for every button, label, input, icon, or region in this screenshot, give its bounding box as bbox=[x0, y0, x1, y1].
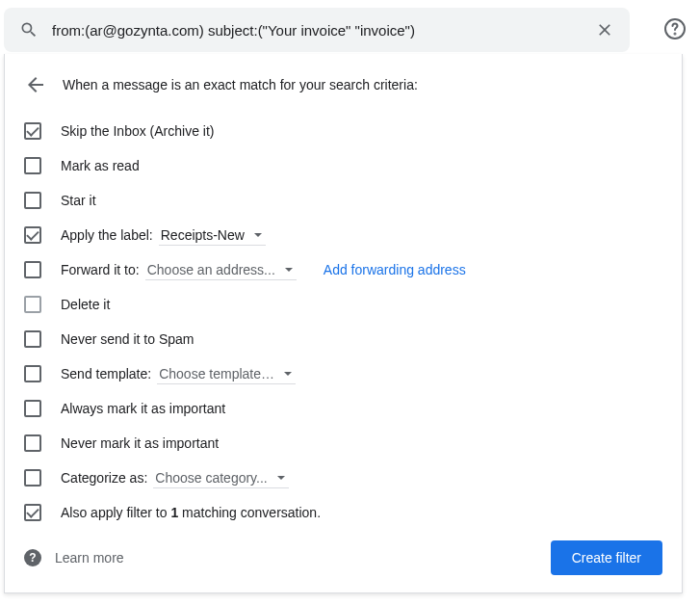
option-delete: Delete it bbox=[24, 287, 662, 322]
label-always-important: Always mark it as important bbox=[61, 401, 225, 416]
label-categorize: Categorize as: bbox=[61, 470, 147, 486]
option-always-important: Always mark it as important bbox=[24, 391, 662, 426]
chevron-down-icon bbox=[277, 476, 285, 480]
label-never-spam: Never send it to Spam bbox=[61, 331, 194, 347]
learn-more-text: Learn more bbox=[55, 550, 124, 566]
dropdown-template[interactable]: Choose template… bbox=[157, 364, 296, 384]
chevron-down-icon bbox=[254, 233, 262, 237]
filter-panel: When a message is an exact match for you… bbox=[4, 54, 683, 593]
checkbox-mark-read[interactable] bbox=[24, 157, 41, 174]
search-bar bbox=[4, 8, 630, 52]
label-apply-label: Apply the label: bbox=[61, 227, 153, 243]
dropdown-value: Choose category... bbox=[155, 470, 267, 486]
panel-footer: ? Learn more Create filter bbox=[24, 540, 662, 575]
checkbox-template[interactable] bbox=[24, 365, 41, 382]
also-apply-prefix: Also apply filter to bbox=[61, 505, 170, 520]
option-apply-label: Apply the label: Receipts-New bbox=[24, 218, 662, 252]
checkbox-never-important[interactable] bbox=[24, 434, 41, 452]
checkbox-never-spam[interactable] bbox=[24, 330, 41, 348]
svg-point-1 bbox=[675, 34, 676, 35]
label-also-apply: Also apply filter to 1 matching conversa… bbox=[61, 505, 321, 520]
link-add-forwarding[interactable]: Add forwarding address bbox=[324, 262, 466, 277]
dropdown-value: Choose template… bbox=[159, 366, 274, 381]
back-arrow-icon[interactable] bbox=[24, 73, 47, 96]
label-template: Send template: bbox=[61, 366, 151, 381]
checkbox-also-apply[interactable] bbox=[24, 504, 41, 521]
label-never-important: Never mark it as important bbox=[61, 435, 219, 451]
option-template: Send template: Choose template… bbox=[24, 356, 662, 391]
label-skip-inbox: Skip the Inbox (Archive it) bbox=[61, 123, 215, 139]
option-forward: Forward it to: Choose an address... Add … bbox=[24, 252, 662, 287]
help-icon[interactable] bbox=[663, 17, 687, 40]
option-also-apply: Also apply filter to 1 matching conversa… bbox=[24, 495, 662, 530]
label-star: Star it bbox=[61, 193, 96, 208]
dropdown-forward[interactable]: Choose an address... bbox=[145, 260, 297, 280]
help-filled-icon: ? bbox=[24, 549, 41, 566]
option-skip-inbox: Skip the Inbox (Archive it) bbox=[24, 114, 662, 148]
option-mark-read: Mark as read bbox=[24, 148, 662, 183]
panel-header-text: When a message is an exact match for you… bbox=[63, 77, 418, 92]
options-list: Skip the Inbox (Archive it) Mark as read… bbox=[5, 114, 682, 530]
option-never-spam: Never send it to Spam bbox=[24, 322, 662, 356]
checkbox-forward[interactable] bbox=[24, 261, 41, 278]
search-icon[interactable] bbox=[19, 20, 39, 39]
search-input[interactable] bbox=[52, 22, 595, 39]
chevron-down-icon bbox=[285, 268, 293, 272]
label-delete: Delete it bbox=[61, 297, 110, 312]
dropdown-apply-label[interactable]: Receipts-New bbox=[159, 225, 266, 246]
dropdown-value: Choose an address... bbox=[147, 262, 275, 277]
label-forward: Forward it to: bbox=[61, 262, 140, 277]
learn-more-link[interactable]: ? Learn more bbox=[24, 549, 124, 566]
dropdown-categorize[interactable]: Choose category... bbox=[153, 468, 288, 488]
panel-header: When a message is an exact match for you… bbox=[5, 73, 682, 114]
checkbox-skip-inbox[interactable] bbox=[24, 122, 41, 140]
checkbox-delete[interactable] bbox=[24, 296, 41, 313]
checkbox-categorize[interactable] bbox=[24, 469, 41, 487]
close-icon[interactable] bbox=[595, 20, 614, 39]
also-apply-suffix: matching conversation. bbox=[178, 505, 321, 520]
label-mark-read: Mark as read bbox=[61, 158, 140, 173]
checkbox-star[interactable] bbox=[24, 192, 41, 209]
checkbox-always-important[interactable] bbox=[24, 400, 41, 417]
create-filter-button[interactable]: Create filter bbox=[551, 540, 662, 575]
option-categorize: Categorize as: Choose category... bbox=[24, 460, 662, 495]
checkbox-apply-label[interactable] bbox=[24, 226, 41, 244]
dropdown-value: Receipts-New bbox=[161, 227, 245, 243]
chevron-down-icon bbox=[284, 372, 292, 376]
option-never-important: Never mark it as important bbox=[24, 426, 662, 460]
option-star: Star it bbox=[24, 183, 662, 218]
